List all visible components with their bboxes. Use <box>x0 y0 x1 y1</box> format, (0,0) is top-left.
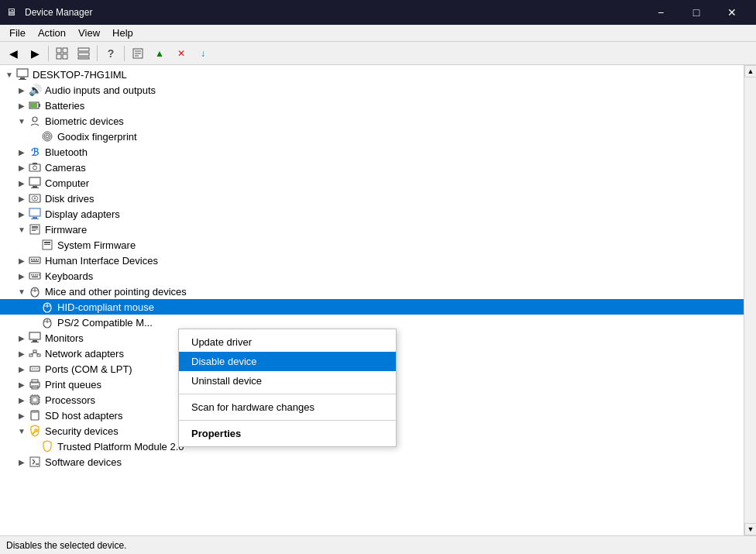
menu-file[interactable]: File <box>3 25 32 41</box>
tree-item-mice[interactable]: ▼ Mice and other pointing devices <box>0 284 744 299</box>
tree-item-computer[interactable]: ▶ Computer <box>0 175 744 191</box>
tree-item-cameras[interactable]: ▶ Cameras <box>0 160 744 175</box>
menu-action[interactable]: Action <box>32 25 72 41</box>
scrollbar-up[interactable]: ▲ <box>744 65 756 77</box>
tree-item-batteries[interactable]: ▶ Batteries <box>0 98 744 113</box>
ctx-properties[interactable]: Properties <box>179 424 396 443</box>
tree-item-system-firmware[interactable]: ▶ System Firmware <box>0 237 744 253</box>
icon-tpm <box>40 439 54 453</box>
expand-icon-biometric: ▼ <box>15 115 28 127</box>
tree-label-disk: Disk drives <box>45 193 744 205</box>
icon-keyboards <box>28 269 42 283</box>
expand-icon-processors: ▶ <box>15 394 28 406</box>
tree-item-firmware[interactable]: ▼ Firmware <box>0 222 744 237</box>
expand-icon-security: ▼ <box>15 425 28 437</box>
svg-rect-42 <box>33 259 35 260</box>
svg-rect-46 <box>29 273 40 279</box>
tree-item-fingerprint[interactable]: ▶ Goodix fingerprint <box>0 129 744 144</box>
icon-mice <box>28 284 42 298</box>
tree-label-fingerprint: Goodix fingerprint <box>57 131 744 143</box>
tree-label-keyboards: Keyboards <box>45 270 744 282</box>
toolbar-help[interactable]: ? <box>101 44 121 63</box>
svg-rect-45 <box>31 261 39 263</box>
status-bar: Disables the selected device. <box>0 535 756 554</box>
minimize-button[interactable]: − <box>643 0 679 25</box>
tree-label-bluetooth: Bluetooth <box>45 146 744 158</box>
tree-item-keyboards[interactable]: ▶ Keyboards <box>0 268 744 284</box>
svg-rect-50 <box>37 274 39 276</box>
tree-item-ps2-mouse[interactable]: ▶ PS/2 Compatible M... <box>0 315 744 330</box>
expand-icon-computer: ▶ <box>15 177 28 189</box>
icon-software <box>28 455 42 469</box>
expand-icon-firmware: ▼ <box>15 223 28 236</box>
expand-icon-cameras: ▶ <box>15 161 28 174</box>
tree-label-mice: Mice and other pointing devices <box>45 286 744 298</box>
expand-icon-display: ▶ <box>15 208 28 220</box>
ctx-disable-device[interactable]: Disable device <box>179 352 396 371</box>
tree-label-biometric: Biometric devices <box>45 115 744 127</box>
tree-label-software: Software devices <box>45 456 744 468</box>
icon-system-firmware <box>40 238 54 252</box>
menu-view[interactable]: View <box>72 25 106 41</box>
scrollbar[interactable]: ▲ ▼ <box>744 65 756 535</box>
toolbar-update[interactable]: ▲ <box>149 44 170 63</box>
close-button[interactable]: ✕ <box>714 0 750 25</box>
tree-item-audio[interactable]: ▶ 🔊 Audio inputs and outputs <box>0 82 744 98</box>
tree-item-display[interactable]: ▶ Display adapters <box>0 206 744 222</box>
svg-text:🔑: 🔑 <box>32 428 39 435</box>
toolbar-scan[interactable]: ↓ <box>193 44 213 63</box>
svg-rect-64 <box>31 342 39 342</box>
menu-help[interactable]: Help <box>106 25 139 41</box>
tree-label-hid: Human Interface Devices <box>45 255 744 267</box>
ctx-uninstall-device[interactable]: Uninstall device <box>179 371 396 391</box>
toolbar-properties[interactable] <box>128 44 148 63</box>
app-icon: 🖥 <box>6 6 19 19</box>
svg-rect-25 <box>33 186 37 188</box>
svg-rect-44 <box>38 259 39 260</box>
ctx-separator <box>179 394 396 394</box>
icon-bluetooth: ℬ <box>28 145 42 159</box>
svg-rect-51 <box>39 274 40 276</box>
tree-item-hid-mouse[interactable]: ▶ HID-compliant mouse <box>0 299 744 315</box>
svg-rect-13 <box>19 79 26 80</box>
svg-rect-36 <box>32 230 36 231</box>
expand-icon-keyboards: ▶ <box>15 270 28 282</box>
svg-rect-67 <box>37 354 40 356</box>
tree-root-label: DESKTOP-7HG1IML <box>33 69 744 81</box>
tree-item-hid[interactable]: ▶ Human Interface Devices <box>0 253 744 268</box>
icon-fingerprint <box>40 129 54 143</box>
svg-line-98 <box>33 459 35 462</box>
toolbar-back[interactable]: ◀ <box>3 44 23 63</box>
toolbar-separator-3 <box>124 46 125 61</box>
toolbar-remove[interactable]: ✕ <box>171 44 191 63</box>
icon-ports <box>28 362 42 376</box>
icon-sd <box>28 408 42 422</box>
scrollbar-down[interactable]: ▼ <box>744 523 756 535</box>
tree-item-software[interactable]: ▶ Software devices <box>0 454 744 470</box>
svg-rect-24 <box>29 177 40 185</box>
maximize-button[interactable]: □ <box>679 0 714 25</box>
svg-point-18 <box>46 135 49 138</box>
tree-item-biometric[interactable]: ▼ Biometric devices <box>0 113 744 129</box>
svg-point-19 <box>44 133 50 139</box>
toolbar-tree[interactable] <box>52 44 72 63</box>
toolbar-forward[interactable]: ▶ <box>25 44 45 63</box>
svg-point-72 <box>34 368 36 370</box>
icon-hid-mouse <box>40 300 54 314</box>
toolbar-view2[interactable] <box>74 44 94 63</box>
tree-label-ps2-mouse: PS/2 Compatible M... <box>57 317 744 329</box>
tree-root[interactable]: ▼ DESKTOP-7HG1IML <box>0 67 744 82</box>
toolbar-separator-2 <box>97 46 98 61</box>
ctx-scan-hardware[interactable]: Scan for hardware changes <box>179 397 396 417</box>
title-bar-text: Device Manager <box>25 7 643 18</box>
tree-item-bluetooth[interactable]: ▶ ℬ Bluetooth <box>0 144 744 160</box>
ctx-update-driver[interactable]: Update driver <box>179 332 396 352</box>
icon-cameras <box>28 160 42 174</box>
svg-rect-77 <box>31 396 39 404</box>
toolbar-separator-1 <box>48 46 49 61</box>
svg-rect-15 <box>39 104 40 107</box>
expand-icon-bluetooth: ▶ <box>15 146 28 158</box>
svg-rect-66 <box>33 350 36 353</box>
tree-view[interactable]: ▼ DESKTOP-7HG1IML ▶ 🔊 Audio inputs and o… <box>0 65 744 535</box>
tree-item-disk[interactable]: ▶ Disk drives <box>0 191 744 206</box>
